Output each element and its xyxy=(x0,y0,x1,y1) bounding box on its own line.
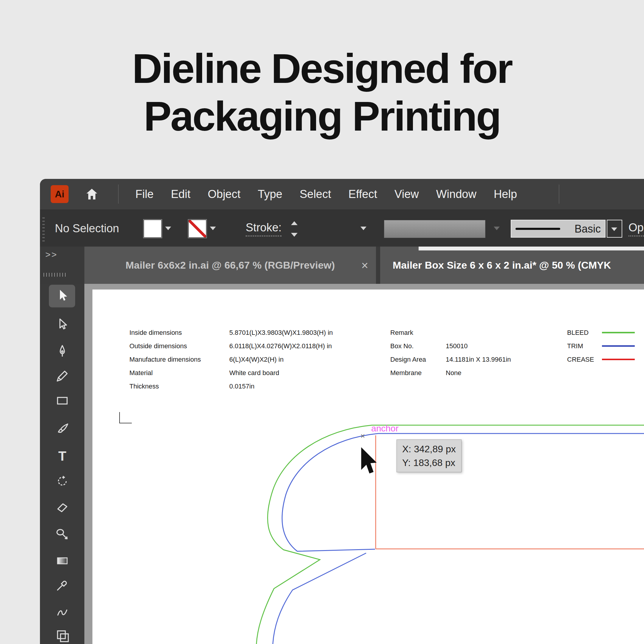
brush-stroke-preview xyxy=(515,228,560,230)
stroke-weight-dropdown-chevron-icon[interactable] xyxy=(360,227,366,230)
document-tab-bar: >> Mailer 6x6x2 in.ai @ 66,67 % (RGB/Pre… xyxy=(40,247,644,284)
stroke-weight-stepper[interactable] xyxy=(291,221,299,237)
pen-tool-icon[interactable] xyxy=(55,344,69,358)
bleed-path-flap xyxy=(256,425,372,644)
tab-label: Mailer Box Size 6 x 6 x 2 in.ai* @ 50 % … xyxy=(380,259,611,271)
fill-color-swatch[interactable] xyxy=(144,220,162,238)
brush-style-name: Basic xyxy=(575,223,601,235)
menu-bar: Ai File Edit Object Type Select Effect V… xyxy=(40,179,644,210)
mouse-cursor-icon xyxy=(361,447,382,476)
page-title: Dieline Designed for Packaging Printing xyxy=(0,45,644,140)
document-tab-rgb[interactable]: Mailer 6x6x2 in.ai @ 66,67 % (RGB/Previe… xyxy=(84,247,376,284)
rotate-tool-icon[interactable] xyxy=(55,473,69,488)
home-icon[interactable] xyxy=(85,187,99,201)
eraser-tool-icon[interactable] xyxy=(55,500,69,515)
brush-dropdown-chevron-icon xyxy=(611,227,617,231)
tools-panel: T xyxy=(40,284,85,644)
control-bar: No Selection Stroke: Basic Op xyxy=(40,210,644,247)
stroke-dropdown-chevron-icon[interactable] xyxy=(210,227,216,230)
ruler-marks-icon xyxy=(44,273,66,277)
curvature-tool-icon[interactable] xyxy=(55,369,69,383)
menu-edit[interactable]: Edit xyxy=(171,188,190,201)
brush-definition[interactable]: Basic xyxy=(511,220,606,238)
anchor-label: anchor xyxy=(371,423,399,434)
fill-dropdown-chevron-icon[interactable] xyxy=(165,227,171,230)
expand-panel-icon[interactable]: >> xyxy=(45,250,58,260)
illustrator-window: Ai File Edit Object Type Select Effect V… xyxy=(40,179,644,644)
direct-selection-tool-icon[interactable] xyxy=(55,318,69,332)
menu-type[interactable]: Type xyxy=(258,188,282,201)
toolbar-header: >> xyxy=(40,247,84,284)
menu-help[interactable]: Help xyxy=(494,188,517,201)
width-tool-icon[interactable] xyxy=(55,605,69,619)
screenshot-root: Dieline Designed for Packaging Printing … xyxy=(0,0,644,644)
rectangle-tool-icon[interactable] xyxy=(55,394,69,408)
menu-window[interactable]: Window xyxy=(436,188,476,201)
coordinate-tooltip: X: 342,89 px Y: 183,68 px xyxy=(397,439,462,472)
opacity-label[interactable]: Op xyxy=(628,221,644,236)
panel-grip[interactable] xyxy=(42,215,45,241)
gradient-tool-icon[interactable] xyxy=(55,554,69,568)
tooltip-x-value: X: 342,89 px xyxy=(402,442,456,456)
variable-width-profile[interactable] xyxy=(384,220,485,238)
menu-separator xyxy=(118,185,119,204)
eyedropper-tool-icon[interactable] xyxy=(55,578,69,592)
menu-select[interactable]: Select xyxy=(300,188,331,201)
menu-view[interactable]: View xyxy=(394,188,419,201)
selection-status: No Selection xyxy=(55,210,119,247)
tooltip-y-value: Y: 183,68 px xyxy=(402,456,456,470)
profile-dropdown-chevron-icon[interactable] xyxy=(494,227,500,230)
stroke-color-swatch[interactable] xyxy=(188,220,206,238)
stepper-down-icon[interactable] xyxy=(291,233,298,237)
anchor-point-marker: × xyxy=(360,431,365,441)
menu-file[interactable]: File xyxy=(135,188,154,201)
smooth-tool-icon[interactable] xyxy=(55,527,69,541)
artboard-tool-icon[interactable] xyxy=(55,630,69,644)
title-line-2: Packaging Printing xyxy=(0,92,644,140)
stepper-up-icon[interactable] xyxy=(291,221,298,225)
paintbrush-tool-icon[interactable] xyxy=(55,422,69,436)
menu-items: File Edit Object Type Select Effect View… xyxy=(135,179,517,210)
menu-separator xyxy=(559,185,559,204)
brush-dropdown-button[interactable] xyxy=(607,220,622,238)
menu-effect[interactable]: Effect xyxy=(349,188,377,201)
illustrator-logo-icon[interactable]: Ai xyxy=(51,185,69,203)
canvas-area[interactable]: Inside dimensions 5.8701(L)X3.9803(W)X1.… xyxy=(84,284,644,644)
window-edge-highlight xyxy=(419,247,644,250)
menu-object[interactable]: Object xyxy=(208,188,241,201)
selection-tool-icon[interactable] xyxy=(55,289,69,303)
tab-close-icon[interactable]: × xyxy=(361,259,368,271)
document-tab-cmyk[interactable]: Mailer Box Size 6 x 6 x 2 in.ai* @ 50 % … xyxy=(380,247,644,284)
trim-path-lower xyxy=(273,553,366,644)
type-tool-icon[interactable]: T xyxy=(55,449,69,463)
title-line-1: Dieline Designed for xyxy=(0,45,644,92)
tab-label: Mailer 6x6x2 in.ai @ 66,67 % (RGB/Previe… xyxy=(126,259,335,271)
stroke-weight-label[interactable]: Stroke: xyxy=(246,221,281,236)
